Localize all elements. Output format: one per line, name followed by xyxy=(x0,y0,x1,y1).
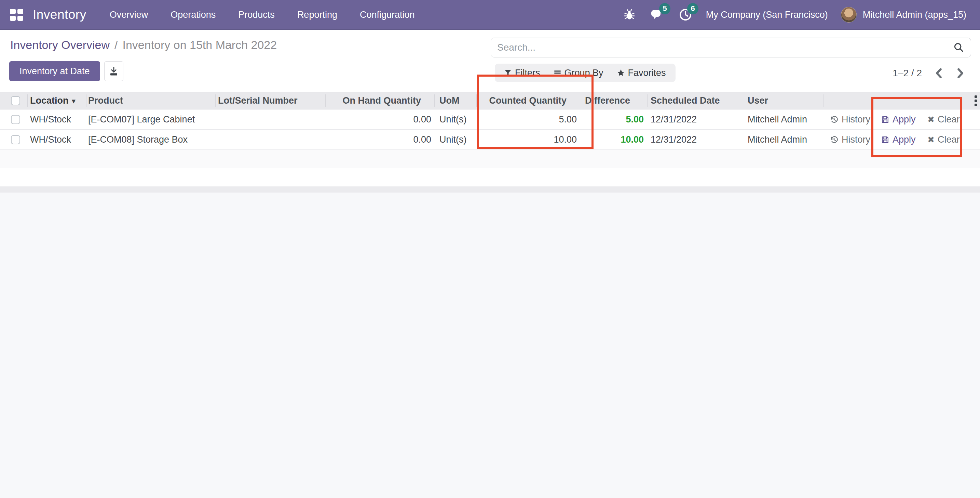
pager: 1–2 / 2 xyxy=(892,67,966,80)
menu-operations[interactable]: Operations xyxy=(170,8,216,22)
column-header-location[interactable]: Location▾ xyxy=(30,93,85,109)
page-background xyxy=(0,193,980,498)
column-header-on-hand[interactable]: On Hand Quantity xyxy=(321,93,431,109)
cell-product[interactable]: [E-COM08] Storage Box xyxy=(88,129,214,150)
history-button[interactable]: History xyxy=(830,114,870,125)
row-checkbox[interactable] xyxy=(8,109,23,129)
top-navbar: Inventory Overview Operations Products R… xyxy=(0,0,980,30)
inventory-list: Location▾ Product Lot/Serial Number On H… xyxy=(0,92,980,150)
app-title[interactable]: Inventory xyxy=(33,8,86,22)
breadcrumb-separator: / xyxy=(115,38,118,52)
empty-stripe-row xyxy=(0,150,980,168)
row-checkbox[interactable] xyxy=(8,129,23,150)
messages-badge: 5 xyxy=(659,3,670,14)
menu-overview[interactable]: Overview xyxy=(109,8,149,22)
debug-bug-icon[interactable] xyxy=(622,7,637,22)
apps-menu-icon[interactable] xyxy=(9,7,24,22)
breadcrumb-current: Inventory on 15th March 2022 xyxy=(123,38,277,52)
pager-previous-icon[interactable] xyxy=(934,67,944,80)
save-floppy-icon xyxy=(881,115,889,124)
company-switcher[interactable]: My Company (San Francisco) xyxy=(706,10,828,20)
menu-configuration[interactable]: Configuration xyxy=(359,8,415,22)
clear-button[interactable]: ✖ Clear xyxy=(928,114,959,125)
clear-button[interactable]: ✖ Clear xyxy=(928,134,959,145)
cell-scheduled-date[interactable]: 12/31/2022 xyxy=(651,129,728,150)
history-button[interactable]: History xyxy=(830,134,870,145)
apply-button[interactable]: Apply xyxy=(881,114,916,125)
cell-product[interactable]: [E-COM07] Large Cabinet xyxy=(88,109,214,129)
cell-on-hand[interactable]: 0.00 xyxy=(321,129,431,150)
select-all-checkbox[interactable] xyxy=(8,93,23,109)
menu-reporting[interactable]: Reporting xyxy=(297,8,338,22)
optional-columns-kebab-icon[interactable] xyxy=(971,93,980,109)
horizontal-scrollbar[interactable] xyxy=(0,187,980,193)
breadcrumb: Inventory Overview / Inventory on 15th M… xyxy=(10,38,277,52)
pager-range: 1–2 / 2 xyxy=(892,68,922,79)
messages-icon[interactable]: 5 xyxy=(650,7,665,22)
activities-clock-icon[interactable]: 6 xyxy=(678,7,693,22)
favorites-button[interactable]: Favorites xyxy=(617,68,666,78)
cell-scheduled-date[interactable]: 12/31/2022 xyxy=(651,109,728,129)
breadcrumb-parent-link[interactable]: Inventory Overview xyxy=(10,38,110,52)
user-menu[interactable]: Mitchell Admin (apps_15) xyxy=(863,10,966,20)
cell-uom[interactable]: Unit(s) xyxy=(439,129,476,150)
column-header-counted[interactable]: Counted Quantity xyxy=(478,93,577,109)
apply-button[interactable]: Apply xyxy=(881,134,916,145)
cell-location[interactable]: WH/Stock xyxy=(30,109,85,129)
history-icon xyxy=(830,135,838,144)
cell-lot-serial[interactable] xyxy=(218,129,323,150)
column-header-lot-serial[interactable]: Lot/Serial Number xyxy=(218,93,323,109)
cell-lot-serial[interactable] xyxy=(218,109,323,129)
search-input[interactable] xyxy=(497,42,953,53)
search-bar xyxy=(491,38,971,57)
cell-user[interactable]: Mitchell Admin xyxy=(748,109,824,129)
download-icon xyxy=(109,66,119,76)
pager-next-icon[interactable] xyxy=(955,67,966,80)
search-icon[interactable] xyxy=(953,42,965,53)
sort-caret-down-icon: ▾ xyxy=(72,97,75,105)
app-menu: Overview Operations Products Reporting C… xyxy=(109,8,415,22)
cell-difference: 10.00 xyxy=(585,129,644,150)
activities-badge: 6 xyxy=(687,3,698,14)
cell-location[interactable]: WH/Stock xyxy=(30,129,85,150)
column-header-uom[interactable]: UoM xyxy=(439,93,476,109)
menu-products[interactable]: Products xyxy=(237,8,275,22)
group-by-button[interactable]: Group By xyxy=(554,68,603,78)
cell-counted[interactable]: 5.00 xyxy=(478,109,577,129)
export-button[interactable] xyxy=(104,61,123,81)
list-header-row: Location▾ Product Lot/Serial Number On H… xyxy=(0,92,980,109)
filter-funnel-icon xyxy=(504,69,512,77)
clear-x-icon: ✖ xyxy=(928,115,935,124)
column-header-user[interactable]: User xyxy=(748,93,824,109)
column-header-difference[interactable]: Difference xyxy=(585,93,644,109)
clear-x-icon: ✖ xyxy=(928,135,935,145)
cell-counted[interactable]: 10.00 xyxy=(478,129,577,150)
empty-row xyxy=(0,169,980,187)
table-row[interactable]: WH/Stock [E-COM07] Large Cabinet 0.00 Un… xyxy=(0,109,980,129)
cell-uom[interactable]: Unit(s) xyxy=(439,109,476,129)
table-row[interactable]: WH/Stock [E-COM08] Storage Box 0.00 Unit… xyxy=(0,129,980,150)
cell-user[interactable]: Mitchell Admin xyxy=(748,129,824,150)
search-options-bar: Filters Group By Favorites xyxy=(495,64,676,82)
filters-button[interactable]: Filters xyxy=(504,68,540,78)
group-by-bars-icon xyxy=(554,69,561,77)
favorites-star-icon xyxy=(617,69,625,77)
history-icon xyxy=(830,115,838,124)
column-header-product[interactable]: Product xyxy=(88,93,214,109)
inventory-at-date-button[interactable]: Inventory at Date xyxy=(9,61,100,81)
user-avatar[interactable] xyxy=(841,7,857,22)
save-floppy-icon xyxy=(881,136,889,144)
column-header-scheduled-date[interactable]: Scheduled Date xyxy=(651,93,728,109)
cell-on-hand[interactable]: 0.00 xyxy=(321,109,431,129)
cell-difference: 5.00 xyxy=(585,109,644,129)
